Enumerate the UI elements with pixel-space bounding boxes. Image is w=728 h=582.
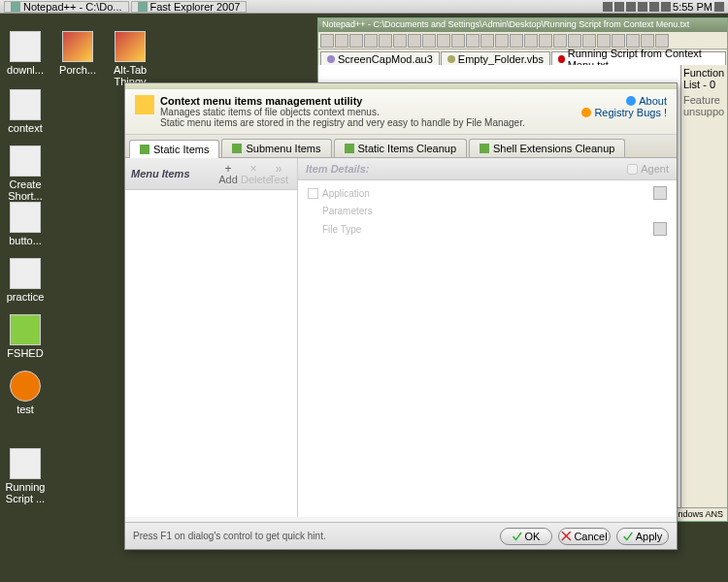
- toolbar-button[interactable]: [510, 34, 523, 48]
- toolbar-button[interactable]: [364, 34, 378, 48]
- toolbar-button[interactable]: [612, 34, 625, 48]
- about-link[interactable]: About: [639, 95, 667, 107]
- check-icon: [623, 532, 633, 541]
- window-titlebar[interactable]: Notepad++ - C:\Documents and Settings\Ad…: [318, 18, 727, 32]
- checkbox-input: [627, 164, 638, 175]
- application-field: Application: [308, 186, 667, 200]
- hint-text: Press F1 on dialog's control to get quic…: [133, 531, 494, 541]
- icon-label: practice: [2, 291, 49, 303]
- tab-static-cleanup[interactable]: Static Items Cleanup: [334, 139, 468, 157]
- toolbar-button[interactable]: [568, 34, 581, 48]
- registry-bugs-link[interactable]: Registry Bugs !: [594, 107, 667, 118]
- toolbar-button[interactable]: [480, 34, 494, 48]
- parameters-field: Parameters: [308, 206, 667, 216]
- toolbar-button[interactable]: [379, 34, 392, 48]
- toolbar-button[interactable]: [655, 34, 669, 48]
- tray-icon[interactable]: [649, 2, 659, 12]
- file-tab[interactable]: Empty_Folder.vbs: [441, 51, 550, 65]
- tab-icon: [480, 144, 489, 153]
- toolbar-button[interactable]: [641, 34, 654, 48]
- file-tab[interactable]: ScreenCapMod.au3: [320, 51, 440, 65]
- tab-shell-ext-cleanup[interactable]: Shell Extensions Cleanup: [469, 139, 625, 157]
- toolbar-button[interactable]: [335, 34, 348, 48]
- tab-label: Submenu Items: [246, 143, 320, 154]
- file-tab-active[interactable]: Running Script from Context Menu.txt: [551, 51, 726, 65]
- browse-button[interactable]: [653, 186, 667, 200]
- toolbar-button[interactable]: [597, 34, 611, 48]
- side-text: Feature unsuppo: [683, 94, 725, 117]
- taskbar-app-fastexplorer[interactable]: Fast Explorer 2007: [131, 1, 248, 13]
- dialog-footer: Press F1 on dialog's control to get quic…: [125, 522, 677, 549]
- toolbar-button[interactable]: [553, 34, 567, 48]
- field-label: File Type: [322, 224, 390, 235]
- desktop-icon[interactable]: context: [2, 89, 49, 134]
- system-tray: 5:55 PM: [603, 1, 724, 13]
- menu-items-list[interactable]: [125, 190, 297, 517]
- tab-submenu-items[interactable]: Submenu Items: [221, 139, 331, 157]
- field-label: Application: [322, 188, 390, 199]
- clock: 5:55 PM: [673, 1, 712, 13]
- toolbar-button[interactable]: [393, 34, 407, 48]
- arrow-icon: »: [266, 162, 291, 174]
- desktop-icon[interactable]: FSHED: [2, 314, 49, 359]
- tray-icon[interactable]: [614, 2, 624, 12]
- toolbar-button[interactable]: [539, 34, 552, 48]
- tray-icon[interactable]: [714, 2, 724, 12]
- toolbar-button[interactable]: [524, 34, 538, 48]
- toolbar-button[interactable]: [422, 34, 436, 48]
- btn-label: OK: [525, 531, 541, 542]
- toolbar-button[interactable]: [495, 34, 509, 48]
- file-tab-icon: [558, 55, 565, 63]
- icon-label: downl...: [2, 64, 49, 76]
- btn-label: Add: [218, 174, 238, 185]
- tray-icon[interactable]: [638, 2, 647, 12]
- file-tab-label: ScreenCapMod.au3: [338, 53, 433, 65]
- icon-label: Running Script ...: [2, 481, 49, 504]
- taskbar-app-notepadpp[interactable]: Notepad++ - C:\Do...: [4, 1, 129, 13]
- toolbar-button[interactable]: [320, 34, 334, 48]
- toolbar-button[interactable]: [437, 34, 450, 48]
- toolbar-button[interactable]: [466, 34, 480, 48]
- desktop-icon[interactable]: practice: [2, 258, 49, 303]
- file-icon: [10, 314, 41, 345]
- toolbar-button[interactable]: [349, 34, 363, 48]
- file-icon: [62, 31, 93, 62]
- app-icon: [308, 188, 318, 199]
- tab-icon: [140, 145, 149, 154]
- icon-label: Create Short...: [2, 178, 49, 202]
- desktop-icon[interactable]: Alt-Tab Thingy: [107, 31, 153, 87]
- ok-button[interactable]: OK: [500, 528, 552, 545]
- toolbar-button[interactable]: [408, 34, 421, 48]
- add-button[interactable]: +Add: [215, 162, 241, 185]
- apply-button[interactable]: Apply: [616, 528, 669, 545]
- toolbar-button[interactable]: [451, 34, 465, 48]
- dialog-icon: [135, 95, 154, 114]
- desktop-icon[interactable]: Running Script ...: [2, 448, 49, 504]
- desktop-icon[interactable]: downl...: [2, 31, 49, 76]
- check-icon: [513, 532, 522, 541]
- cancel-button[interactable]: Cancel: [558, 528, 611, 545]
- tab-static-items[interactable]: Static Items: [129, 140, 219, 158]
- field-label: Parameters: [322, 206, 390, 216]
- file-icon: [10, 89, 41, 120]
- item-details-body: Application Parameters File Type: [298, 180, 677, 517]
- file-tab-icon: [447, 55, 455, 63]
- context-menu-dialog: Context menu items management utility Ma…: [124, 82, 678, 550]
- desktop-icon[interactable]: Create Short...: [2, 146, 49, 202]
- desktop-icon[interactable]: test: [2, 371, 49, 415]
- dialog-subtitle2: Static menu items are stored in the regi…: [160, 117, 667, 128]
- toolbar-button[interactable]: [626, 34, 640, 48]
- menu-items-label: Menu Items: [131, 168, 215, 179]
- desktop-icon[interactable]: butto...: [2, 202, 49, 246]
- dialog-header: Context menu items management utility Ma…: [125, 89, 677, 135]
- icon-label: butto...: [2, 235, 49, 246]
- agent-checkbox[interactable]: Agent: [627, 163, 669, 175]
- menu-items-header: Menu Items +Add ×Delete »Test: [125, 158, 297, 190]
- desktop-icon[interactable]: Porch...: [54, 31, 101, 76]
- tray-icon[interactable]: [626, 2, 636, 12]
- browse-button[interactable]: [653, 222, 667, 236]
- tray-icon[interactable]: [661, 2, 671, 12]
- tray-icon[interactable]: [603, 2, 612, 12]
- toolbar-button[interactable]: [582, 34, 596, 48]
- item-details-panel: Item Details: Agent Application Paramete…: [298, 158, 677, 517]
